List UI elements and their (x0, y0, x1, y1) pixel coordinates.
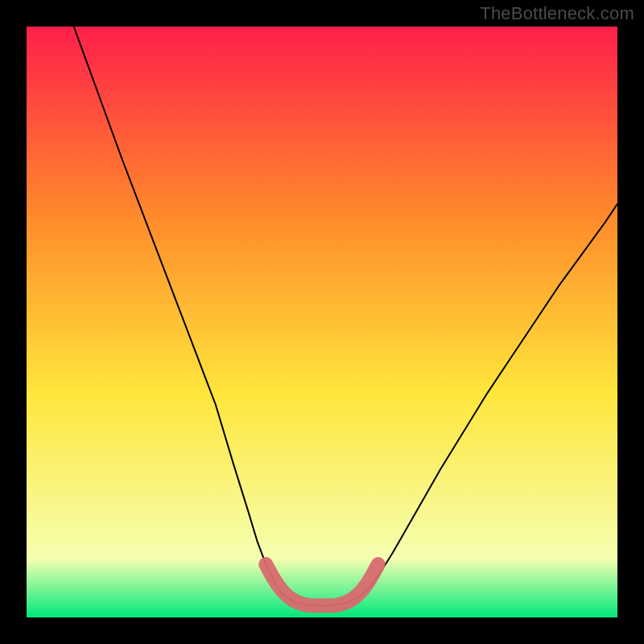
bottleneck-curve-chart (27, 27, 617, 617)
chart-frame: TheBottleneck.com (0, 0, 644, 644)
plot-area (27, 27, 617, 617)
watermark-text: TheBottleneck.com (480, 3, 634, 24)
gradient-background (27, 27, 617, 617)
